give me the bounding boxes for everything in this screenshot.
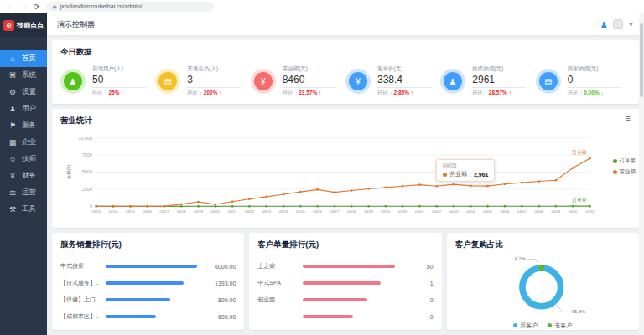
site-info-icon[interactable]: ◉ <box>53 3 57 9</box>
sidebar-item-settings[interactable]: ⚙设置 <box>0 84 47 100</box>
stat-icon-halo: ♟ <box>60 69 86 94</box>
page-scrollbar[interactable] <box>639 13 644 335</box>
scrollbar-thumb[interactable] <box>640 23 643 97</box>
address-bar[interactable]: ◉ jxhdiandianzoubeihai.cn/admin/ <box>46 2 214 12</box>
sidebar-item-label: 设置 <box>22 87 36 97</box>
stat-text: 客单价(元)338.4环比：2.85% ↑ <box>377 65 431 97</box>
stat-avg-order-price: ¥客单价(元)338.4环比：2.85% ↑ <box>345 65 440 97</box>
back-icon[interactable]: ← <box>7 0 14 13</box>
sidebar-item-label: 系统 <box>22 70 36 80</box>
line-chart: 025005000750010,000金额(¥)03/1303/1403/150… <box>60 130 631 232</box>
rank-value: 1393.00 <box>202 281 236 286</box>
stat-text: 开通会员(人)3环比：200% ↑ <box>187 65 241 97</box>
sidebar-item-system[interactable]: ⌘系统 <box>0 67 47 84</box>
svg-text:7500: 7500 <box>82 152 92 157</box>
sidebar-item-label: 服务 <box>22 121 36 131</box>
stat-trend-value: 25% ↑ <box>109 90 124 95</box>
svg-text:04/07: 04/07 <box>517 209 527 214</box>
pie-legend-item-老客户[interactable]: 老客户 <box>548 322 572 330</box>
sidebar-item-technician[interactable]: ☺技师 <box>0 151 47 168</box>
stat-trend-value: 2.85% ↑ <box>393 90 413 95</box>
sidebar-item-enterprise[interactable]: ▦企业 <box>0 134 47 151</box>
stat-value: 3 <box>187 73 241 88</box>
rank-track <box>303 265 394 268</box>
chart-menu-icon[interactable]: ≡ <box>626 114 631 123</box>
stat-trend-value: 200% ↑ <box>204 90 222 95</box>
sidebar-item-services[interactable]: ⚑服务 <box>0 117 47 134</box>
svg-text:10,000: 10,000 <box>79 136 92 141</box>
stat-label: 客单价(元) <box>377 65 431 73</box>
rank-track <box>303 298 394 302</box>
sidebar-item-tools[interactable]: ⚒工具 <box>0 201 47 218</box>
stat-icon-halo: ♟ <box>440 69 465 94</box>
svg-text:04/09: 04/09 <box>551 209 560 214</box>
stat-trend: 环比：0.00% ↓ <box>568 90 621 97</box>
line-chart-svg: 025005000750010,000金额(¥)03/1303/1403/150… <box>60 130 631 232</box>
chevron-down-icon[interactable]: ▼ <box>628 22 634 28</box>
svg-text:5000: 5000 <box>82 169 92 174</box>
breadcrumb: 演示控制器 <box>57 19 95 30</box>
legend-item-订单量[interactable]: 订单量 <box>613 157 636 165</box>
svg-text:03/31: 03/31 <box>398 209 408 214</box>
rank-row: 上之家50 <box>257 258 433 275</box>
sidebar-item-home[interactable]: ⌂首页 <box>0 50 47 67</box>
sidebar-item-users[interactable]: ♟用户 <box>0 100 47 117</box>
legend-item-营业额[interactable]: 营业额 <box>613 168 636 176</box>
avatar[interactable] <box>613 19 623 29</box>
stat-value: 2961 <box>472 73 526 88</box>
svg-text:金额(¥): 金额(¥) <box>66 165 71 179</box>
pie-legend-item-新客户[interactable]: 新客户 <box>513 322 538 330</box>
stat-label: 新增用户(人) <box>92 65 146 73</box>
user-icon[interactable]: ♟ <box>600 20 608 29</box>
rank-row: 创业园0 <box>257 291 433 308</box>
rank-track <box>106 315 197 318</box>
series-营业额: 营业额 <box>95 150 590 207</box>
app-logo: ⊙ 技师点点 <box>0 13 47 37</box>
rank-bar <box>106 298 170 302</box>
stat-trend-value: 23.57% ↑ <box>299 90 321 95</box>
svg-text:04/11: 04/11 <box>585 209 595 214</box>
reload-icon[interactable]: ⟳ <box>34 0 40 13</box>
rank-label: 创业园 <box>257 296 298 304</box>
rank-bar <box>106 281 184 285</box>
tooltip-date: 04/05 <box>443 162 488 168</box>
stat-icon-halo: ▤ <box>536 69 561 94</box>
sidebar-item-finance[interactable]: ¥财务 <box>0 168 47 184</box>
rank-label: 中式SPA <box>257 279 298 287</box>
logo-text: 技师点点 <box>17 21 44 30</box>
customer-rank-card: 客户单量排行(元) 上之家50中式SPA1创业园00 <box>249 233 441 330</box>
donut-chart-svg: 4.2%95.8% <box>455 252 631 321</box>
rank-row: 【成都市区】..600.00 <box>60 308 236 325</box>
stat-trend-value: 28.57% ↑ <box>489 90 512 95</box>
svg-text:04/10: 04/10 <box>569 209 578 214</box>
rank-row: 中式按摩6000.00 <box>60 258 236 275</box>
svg-text:04/01: 04/01 <box>415 209 424 214</box>
rank-bar <box>303 265 394 268</box>
browser-chrome: ← → ⟳ ◉ jxhdiandianzoubeihai.cn/admin/ <box>0 0 644 13</box>
svg-text:03/17: 03/17 <box>160 209 169 214</box>
sidebar-item-label: 工具 <box>22 204 36 214</box>
stat-icon-halo: ¥ <box>345 69 371 94</box>
sidebar-item-label: 用户 <box>22 104 36 114</box>
forward-icon[interactable]: → <box>20 0 28 13</box>
svg-text:0: 0 <box>90 204 92 209</box>
rank-track <box>106 298 197 302</box>
customer-rank-title: 客户单量排行(元) <box>257 240 433 250</box>
rank-label: 【保健】上门.. <box>60 296 101 304</box>
finance-icon: ¥ <box>8 172 17 180</box>
sidebar-item-label: 首页 <box>22 54 36 64</box>
home-icon: ⌂ <box>8 54 17 63</box>
rank-row: 中式SPA1 <box>257 275 433 291</box>
svg-text:95.8%: 95.8% <box>572 309 585 314</box>
stat-text: 新增用户(人)50环比：25% ↑ <box>92 65 146 97</box>
rank-value: 0 <box>400 314 434 320</box>
stat-value: 338.4 <box>377 73 431 88</box>
rank-value: 6000.00 <box>202 264 236 270</box>
rank-row: 0 <box>257 308 433 325</box>
logo-icon: ⊙ <box>3 20 14 31</box>
svg-text:03/19: 03/19 <box>194 209 203 214</box>
donut-chart: 4.2%95.8% <box>455 252 631 321</box>
sidebar-item-operations[interactable]: ⚖运营 <box>0 184 47 201</box>
svg-text:03/16: 03/16 <box>143 209 152 214</box>
legend-label: 新客户 <box>520 322 538 330</box>
